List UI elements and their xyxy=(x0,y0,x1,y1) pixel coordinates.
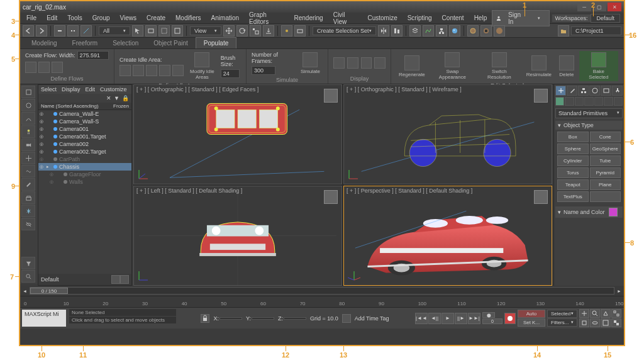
se-name-header[interactable]: Name (Sorted Ascending) xyxy=(41,103,113,109)
move-button[interactable] xyxy=(223,25,235,37)
bake-icon[interactable] xyxy=(591,52,606,67)
select-name-button[interactable] xyxy=(145,25,157,37)
lock-selection-icon[interactable] xyxy=(201,314,209,323)
select-button[interactable] xyxy=(132,25,143,37)
play-button[interactable]: ► xyxy=(441,313,454,324)
next-frame-button[interactable]: ||► xyxy=(455,313,467,324)
maxscript-listener[interactable]: MAXScript Mi xyxy=(22,310,66,327)
primitive-torus[interactable]: Torus xyxy=(557,167,589,178)
se-icon-bone[interactable] xyxy=(21,178,35,191)
time-thumb[interactable]: 0 / 150 xyxy=(30,288,68,294)
render-setup-button[interactable] xyxy=(467,25,479,37)
menu-file[interactable]: File xyxy=(21,14,42,21)
viewcube-icon[interactable] xyxy=(324,190,338,204)
workspace-dropdown[interactable]: Default xyxy=(591,14,620,23)
primitive-box[interactable]: Box xyxy=(557,132,589,142)
placement-button[interactable] xyxy=(263,25,274,37)
primitive-sphere[interactable]: Sphere xyxy=(557,143,589,154)
cmd-sub-lights[interactable] xyxy=(575,97,584,106)
primitive-tube[interactable]: Tube xyxy=(590,155,621,166)
cmd-tab-motion[interactable] xyxy=(589,86,600,96)
align-button[interactable] xyxy=(391,25,402,37)
se-icon-lights[interactable] xyxy=(21,125,35,138)
display-icon-4[interactable] xyxy=(374,57,386,69)
scene-item[interactable]: ◎Camera002.Target xyxy=(38,148,131,155)
mirror-button[interactable] xyxy=(378,25,389,37)
menu-grapheditors[interactable]: Graph Editors xyxy=(244,11,289,25)
menu-customize[interactable]: Customize xyxy=(362,14,402,21)
open-project-button[interactable] xyxy=(558,25,569,37)
menu-civilview[interactable]: Civil View xyxy=(328,11,363,25)
selection-filter-dropdown[interactable]: All xyxy=(99,26,130,35)
window-crossing-button[interactable] xyxy=(172,25,183,37)
se-icon-shapes[interactable] xyxy=(21,112,35,125)
ribbontab-freeform[interactable]: Freeform xyxy=(65,38,106,48)
cmd-tab-hierarchy[interactable] xyxy=(578,86,589,96)
se-tab-edit[interactable]: Edit xyxy=(86,86,96,93)
nav-minmax-icon[interactable] xyxy=(611,318,621,327)
ribbontab-selection[interactable]: Selection xyxy=(105,38,146,48)
regenerate-icon[interactable] xyxy=(404,55,419,70)
switch-icon[interactable] xyxy=(492,52,507,67)
scene-item[interactable]: ◎GarageFloor xyxy=(38,171,131,178)
scene-item[interactable]: ◎Camera001 xyxy=(38,125,131,133)
redo-button[interactable] xyxy=(36,25,47,37)
viewport-front-wire[interactable]: [ + ] [ Orthographic ] [ Standard ] [ Wi… xyxy=(343,84,552,184)
se-frozen-header[interactable]: Frozen xyxy=(113,103,129,109)
flow-icon-3[interactable] xyxy=(52,62,63,73)
idle-icon-4[interactable] xyxy=(159,65,170,76)
close-button[interactable]: ✕ xyxy=(608,3,621,11)
se-layer-default[interactable]: Default xyxy=(41,276,111,283)
brush-size-input[interactable] xyxy=(221,69,240,78)
nav-fov-icon[interactable] xyxy=(601,309,611,318)
project-path-field[interactable]: C:\Project1 xyxy=(571,26,621,35)
resimulate-icon[interactable] xyxy=(531,55,547,70)
swap-icon[interactable] xyxy=(445,52,460,67)
idle-icon-2[interactable] xyxy=(133,65,144,76)
goto-end-button[interactable]: ►►| xyxy=(468,313,480,324)
time-slider[interactable]: ◄ 0 / 150 ► xyxy=(20,286,624,296)
se-footer-icon-2[interactable] xyxy=(120,275,129,284)
primitive-[interactable] xyxy=(590,191,621,202)
select-region-button[interactable] xyxy=(158,25,170,37)
cmd-sub-helpers[interactable] xyxy=(594,97,603,106)
primitive-pyramid[interactable]: Pyramid xyxy=(590,167,621,178)
viewcube-icon[interactable] xyxy=(534,89,548,103)
se-icon-search[interactable] xyxy=(21,270,35,283)
time-tag-icon[interactable] xyxy=(342,314,351,323)
menu-modifiers[interactable]: Modifiers xyxy=(170,14,206,21)
se-filter-icon[interactable]: ▼ xyxy=(114,95,119,101)
ribbontab-objectpaint[interactable]: Object Paint xyxy=(146,38,195,48)
se-icon-container[interactable] xyxy=(21,191,35,204)
nav-zoom-icon[interactable] xyxy=(590,309,600,318)
cmd-tab-modify[interactable] xyxy=(567,86,577,96)
link-button[interactable] xyxy=(54,25,65,37)
viewcube-icon[interactable] xyxy=(324,89,338,103)
menu-edit[interactable]: Edit xyxy=(42,14,62,21)
display-icon-1[interactable] xyxy=(333,57,345,69)
rollout-objecttype[interactable]: ▾Object Type xyxy=(555,121,623,130)
se-icon-frozen[interactable] xyxy=(21,205,35,217)
idle-icon-3[interactable] xyxy=(146,65,157,76)
menu-rendering[interactable]: Rendering xyxy=(289,14,328,21)
coord-x[interactable] xyxy=(219,317,242,320)
scene-item[interactable]: ◎Camera002 xyxy=(38,140,131,148)
scene-item[interactable]: ◎▸Chassis xyxy=(38,163,131,171)
undo-button[interactable] xyxy=(23,25,34,37)
selection-set-dropdown[interactable]: Create Selection Set xyxy=(313,26,376,35)
flow-icon-2[interactable] xyxy=(38,62,50,73)
layer-button[interactable] xyxy=(409,25,421,37)
primitive-teapot[interactable]: Teapot xyxy=(557,179,589,190)
timeslider-right-icon[interactable]: ► xyxy=(617,289,621,293)
se-icon-helpers[interactable] xyxy=(21,152,35,164)
goto-start-button[interactable]: |◄◄ xyxy=(415,313,428,324)
menu-content[interactable]: Content xyxy=(437,14,469,21)
simulate-icon[interactable] xyxy=(303,52,318,67)
add-time-tag[interactable]: Add Time Tag xyxy=(355,315,389,322)
keyboard-shortcut-button[interactable] xyxy=(294,25,306,37)
cmd-sub-space[interactable] xyxy=(604,97,613,106)
render-frame-button[interactable] xyxy=(480,25,492,37)
se-icon-geometry[interactable] xyxy=(21,99,35,111)
se-icon-filter[interactable] xyxy=(21,257,35,269)
display-icon-2[interactable] xyxy=(347,57,358,69)
